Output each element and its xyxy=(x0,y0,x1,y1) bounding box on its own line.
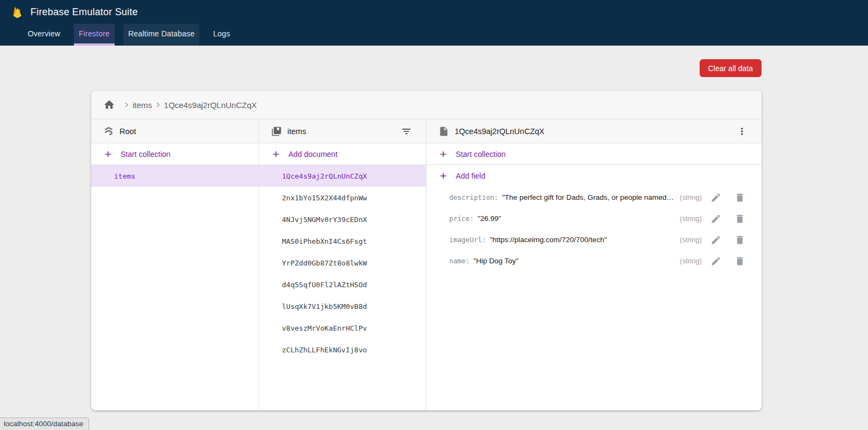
field-row: imageUrl "https://placeimg.com/720/700/t… xyxy=(426,229,762,250)
trash-icon xyxy=(734,256,745,267)
firebase-logo-icon xyxy=(11,5,24,18)
delete-field-button[interactable] xyxy=(734,213,745,224)
collection-panel: items Add document 1Qce4s9aj2rQLnUnCZqX xyxy=(259,119,426,410)
doc-start-collection-button[interactable]: Start collection xyxy=(426,143,762,165)
field-row: description "The perfect gift for Dads, … xyxy=(426,187,762,208)
trash-icon xyxy=(734,235,745,245)
document-list-item[interactable]: v8veszMrVoKaEnrHClPv xyxy=(259,317,426,339)
breadcrumb-link[interactable]: 1Qce4s9aj2rQLnUnCZqX xyxy=(164,100,257,110)
firestore-icon xyxy=(103,126,114,137)
plus-icon xyxy=(271,149,281,159)
document-list-item[interactable]: 2nx1bYo15X2X44dfpnWw xyxy=(259,187,426,208)
document-list-item[interactable]: YrPZdd0Gb87Zt8o8lwkW xyxy=(259,252,426,274)
nav-tab[interactable]: Overview xyxy=(23,24,65,46)
delete-field-button[interactable] xyxy=(734,256,745,267)
collection-panel-header: items xyxy=(259,119,426,143)
chevron-right-icon xyxy=(122,100,131,110)
field-value: "https://placeimg.com/720/700/tech" xyxy=(490,236,675,244)
field-name: description xyxy=(449,193,498,201)
nav-tab-label: Overview xyxy=(28,29,60,38)
document-list-item[interactable]: 4NJvj5NGMv0rY39cEDnX xyxy=(259,208,426,230)
nav-tabs: Overview Firestore Realtime Database Log… xyxy=(23,24,868,46)
fields-list: description "The perfect gift for Dads, … xyxy=(426,187,762,271)
edit-field-button[interactable] xyxy=(710,256,721,267)
nav-tab[interactable]: Realtime Database xyxy=(123,24,199,46)
field-value: "26.99" xyxy=(477,214,674,223)
document-panel-title: 1Qce4s9aj2rQLnUnCZqX xyxy=(455,127,544,136)
field-name: imageUrl xyxy=(449,236,486,244)
document-id: d4q5SqfU0Fl2lAZtHSOd xyxy=(282,281,367,289)
collections-list: items xyxy=(91,165,259,187)
nav-tab[interactable]: Logs xyxy=(208,24,235,46)
collection-name: items xyxy=(114,172,135,180)
document-id: lUsqXk7V1jkb5KM0vB8d xyxy=(282,302,367,311)
root-panel-title: Root xyxy=(119,127,136,136)
app-title: Firebase Emulator Suite xyxy=(30,7,138,18)
breadcrumb-link[interactable]: items xyxy=(133,100,152,110)
document-id: zCLhZhLLFhEkNGvIj8vo xyxy=(282,346,367,354)
document-icon xyxy=(438,126,449,137)
plus-icon xyxy=(103,149,113,159)
pencil-icon xyxy=(710,256,721,267)
document-list-item[interactable]: MAS0iPhebXnI4Cs6Fsgt xyxy=(259,230,426,252)
add-document-button[interactable]: Add document xyxy=(259,143,426,165)
chevron-right-icon xyxy=(153,100,163,110)
add-field-label: Add field xyxy=(456,172,485,180)
field-row: name "Hip Dog Toy" (string) xyxy=(426,250,762,271)
field-name: name xyxy=(449,257,470,265)
document-list-item[interactable]: lUsqXk7V1jkb5KM0vB8d xyxy=(259,295,426,317)
nav-tab[interactable]: Firestore xyxy=(74,24,115,46)
document-list-item[interactable]: zCLhZhLLFhEkNGvIj8vo xyxy=(259,339,426,361)
clear-all-data-button[interactable]: Clear all data xyxy=(700,59,762,77)
pencil-icon xyxy=(710,235,721,245)
field-type-badge: (string) xyxy=(680,214,702,223)
edit-field-button[interactable] xyxy=(710,192,721,203)
home-icon[interactable] xyxy=(103,99,115,111)
doc-start-collection-label: Start collection xyxy=(456,150,506,159)
plus-icon xyxy=(438,171,448,181)
title-row: Firebase Emulator Suite xyxy=(0,0,868,24)
edit-field-button[interactable] xyxy=(710,235,721,245)
field-row: price "26.99" (string) xyxy=(426,208,762,229)
document-id: v8veszMrVoKaEnrHClPv xyxy=(282,324,367,332)
field-value: "The perfect gift for Dads, Grads, or pe… xyxy=(502,193,674,201)
breadcrumb: items 1Qce4s9aj2rQLnUnCZqX xyxy=(91,91,762,119)
field-type-badge: (string) xyxy=(680,257,702,265)
filter-icon[interactable] xyxy=(401,126,412,137)
document-id: 2nx1bYo15X2X44dfpnWw xyxy=(282,194,367,202)
nav-tab-label: Realtime Database xyxy=(128,29,194,38)
trash-icon xyxy=(734,213,745,224)
root-panel-header: Root xyxy=(91,119,259,143)
start-collection-label: Start collection xyxy=(121,150,171,159)
document-list-item[interactable]: 1Qce4s9aj2rQLnUnCZqX xyxy=(259,165,426,187)
document-id: MAS0iPhebXnI4Cs6Fsgt xyxy=(282,237,367,245)
field-name: price xyxy=(449,214,474,223)
delete-field-button[interactable] xyxy=(734,235,745,245)
app-header: Firebase Emulator Suite Overview Firesto… xyxy=(0,0,868,46)
collection-list-item[interactable]: items xyxy=(91,165,259,187)
add-field-button[interactable]: Add field xyxy=(426,165,762,187)
pencil-icon xyxy=(710,213,721,224)
firestore-browser-card: items 1Qce4s9aj2rQLnUnCZqX xyxy=(91,91,762,410)
root-panel: Root Start collection items xyxy=(91,119,259,410)
breadcrumb-item: 1Qce4s9aj2rQLnUnCZqX xyxy=(153,100,257,110)
edit-field-button[interactable] xyxy=(710,213,721,224)
document-panel-header: 1Qce4s9aj2rQLnUnCZqX xyxy=(426,119,762,143)
pencil-icon xyxy=(710,192,721,203)
document-id: YrPZdd0Gb87Zt8o8lwkW xyxy=(282,259,367,267)
document-id: 4NJvj5NGMv0rY39cEDnX xyxy=(282,216,367,224)
plus-icon xyxy=(438,149,448,159)
delete-field-button[interactable] xyxy=(734,192,745,203)
nav-tab-label: Firestore xyxy=(79,29,110,38)
nav-tab-label: Logs xyxy=(213,29,230,38)
document-list-item[interactable]: d4q5SqfU0Fl2lAZtHSOd xyxy=(259,274,426,295)
more-vert-icon[interactable] xyxy=(737,126,747,137)
collection-panel-title: items xyxy=(287,127,306,136)
add-document-label: Add document xyxy=(288,150,337,159)
documents-list: 1Qce4s9aj2rQLnUnCZqX 2nx1bYo15X2X44dfpnW… xyxy=(259,165,426,361)
trash-icon xyxy=(734,192,745,203)
breadcrumb-items: items 1Qce4s9aj2rQLnUnCZqX xyxy=(122,100,257,110)
breadcrumb-item: items xyxy=(122,100,152,110)
start-collection-button[interactable]: Start collection xyxy=(91,143,259,165)
field-type-badge: (string) xyxy=(680,236,702,244)
